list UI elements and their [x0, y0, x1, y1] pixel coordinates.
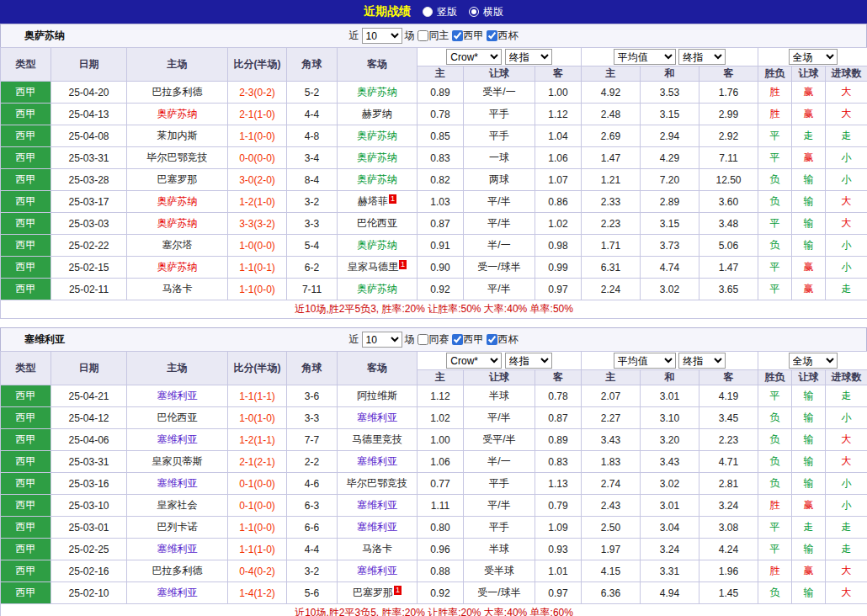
- handicap-home-odds: 0.91: [418, 235, 464, 257]
- goals-result-cell: 大: [826, 191, 867, 213]
- away-team-cell[interactable]: 奥萨苏纳: [338, 235, 418, 257]
- score-cell: 1-1(0-0): [228, 517, 287, 539]
- league-type-cell: 西甲: [1, 560, 51, 582]
- home-team-cell[interactable]: 塞尔塔: [127, 235, 228, 257]
- handicap-home-odds: 0.77: [418, 473, 464, 495]
- home-team-cell[interactable]: 奥萨苏纳: [127, 257, 228, 279]
- euro-draw-odds: 4.94: [641, 582, 699, 604]
- match-row: 西甲25-02-15奥萨苏纳1-1(0-1)6-2皇家马德里10.90受一/球半…: [1, 257, 867, 279]
- away-team-cell[interactable]: 皇家马德里1: [338, 257, 418, 279]
- same-filter[interactable]: 同赛: [418, 332, 449, 347]
- corner-cell: 6-6: [287, 517, 338, 539]
- away-team-cell[interactable]: 奥萨苏纳: [338, 147, 418, 169]
- home-team-cell[interactable]: 巴列卡诺: [127, 517, 228, 539]
- score-cell: 0-1(0-0): [228, 495, 287, 517]
- home-team-cell[interactable]: 巴拉多利德: [127, 82, 228, 104]
- scope-select[interactable]: 全场: [789, 49, 838, 65]
- league-filter-checkbox[interactable]: [452, 334, 463, 345]
- result-cell: 平: [758, 385, 792, 407]
- col-date: 日期: [51, 352, 127, 385]
- cup-filter[interactable]: 西杯: [487, 332, 519, 347]
- away-team-cell[interactable]: 塞维利亚: [338, 451, 418, 473]
- league-type-cell: 西甲: [1, 385, 51, 407]
- corner-cell: 6-3: [287, 495, 338, 517]
- home-team-cell[interactable]: 塞维利亚: [127, 429, 228, 451]
- score-cell: 1-2(1-1): [228, 429, 287, 451]
- result-cell: 胜: [758, 82, 792, 104]
- handicap-home-odds: 0.85: [418, 125, 464, 147]
- handicap-home-odds: 0.92: [418, 279, 464, 300]
- away-team-cell[interactable]: 奥萨苏纳: [338, 169, 418, 191]
- euro-draw-odds: 3.15: [641, 213, 699, 235]
- home-team-cell[interactable]: 巴伦西亚: [127, 407, 228, 429]
- away-team-cell[interactable]: 赫罗纳: [338, 104, 418, 125]
- home-team-cell[interactable]: 塞维利亚: [127, 582, 228, 604]
- away-team-cell[interactable]: 塞维利亚: [338, 517, 418, 539]
- corner-cell: 4-4: [287, 539, 338, 560]
- date-cell: 25-02-10: [51, 582, 127, 604]
- home-team-cell[interactable]: 塞维利亚: [127, 473, 228, 495]
- final-odds-select-2[interactable]: 终指: [678, 353, 726, 369]
- scope-select[interactable]: 全场: [789, 353, 838, 369]
- home-team-cell[interactable]: 马洛卡: [127, 279, 228, 300]
- away-team-cell[interactable]: 马洛卡: [338, 539, 418, 560]
- euro-away-odds: 4.71: [699, 451, 758, 473]
- handicap-line: 半/一: [464, 235, 535, 257]
- away-team-cell[interactable]: 奥萨苏纳: [338, 125, 418, 147]
- score-cell: 3-3(3-2): [228, 213, 287, 235]
- euro-draw-odds: 3.01: [641, 385, 699, 407]
- average-select[interactable]: 平均值: [614, 49, 676, 65]
- average-select[interactable]: 平均值: [614, 353, 676, 369]
- col-goals: 进球数: [826, 66, 867, 82]
- away-team-cell[interactable]: 塞维利亚: [338, 495, 418, 517]
- home-team-cell[interactable]: 奥萨苏纳: [127, 104, 228, 125]
- final-odds-select[interactable]: 终指: [505, 353, 552, 369]
- cup-filter-checkbox[interactable]: [487, 30, 497, 41]
- away-team-cell[interactable]: 奥萨苏纳: [338, 279, 418, 300]
- games-count-select[interactable]: 10: [362, 28, 402, 44]
- radio-checked-icon[interactable]: [469, 7, 479, 17]
- home-team-cell[interactable]: 奥萨苏纳: [127, 191, 228, 213]
- home-team-cell[interactable]: 巴塞罗那: [127, 169, 228, 191]
- date-cell: 25-04-13: [51, 104, 127, 125]
- away-team-cell[interactable]: 巴伦西亚: [338, 213, 418, 235]
- away-team-cell[interactable]: 奥萨苏纳: [338, 82, 418, 104]
- team-band: 奥萨苏纳 近 10 场 同主 西甲 西杯: [0, 24, 867, 47]
- bookmaker-select[interactable]: Crow*: [446, 353, 502, 369]
- final-odds-select[interactable]: 终指: [505, 49, 552, 65]
- home-team-cell[interactable]: 奥萨苏纳: [127, 213, 228, 235]
- home-team-cell[interactable]: 塞维利亚: [127, 385, 228, 407]
- league-filter[interactable]: 西甲: [452, 29, 484, 43]
- cup-filter[interactable]: 西杯: [487, 29, 519, 43]
- home-team-cell[interactable]: 毕尔巴鄂竞技: [127, 147, 228, 169]
- handicap-result-cell: 输: [792, 429, 826, 451]
- match-row: 西甲25-02-10塞维利亚1-4(1-2)5-6巴塞罗那10.92受一/球半0…: [1, 582, 867, 604]
- away-team-cell[interactable]: 赫塔菲1: [338, 191, 418, 213]
- home-team-cell[interactable]: 巴拉多利德: [127, 560, 228, 582]
- euro-home-odds: 6.31: [582, 257, 641, 279]
- away-team-cell[interactable]: 马德里竞技: [338, 429, 418, 451]
- bookmaker-select[interactable]: Crow*: [446, 49, 502, 65]
- horizontal-layout-radio[interactable]: 横版: [469, 5, 503, 19]
- same-filter-checkbox[interactable]: [418, 334, 428, 345]
- same-filter-checkbox[interactable]: [418, 30, 428, 41]
- league-filter-checkbox[interactable]: [452, 30, 463, 41]
- away-team-cell[interactable]: 巴塞罗那1: [338, 582, 418, 604]
- home-team-cell[interactable]: 莱加内斯: [127, 125, 228, 147]
- away-team-cell[interactable]: 塞维利亚: [338, 407, 418, 429]
- final-odds-select-2[interactable]: 终指: [678, 49, 726, 65]
- radio-icon[interactable]: [423, 7, 433, 17]
- league-filter[interactable]: 西甲: [452, 332, 484, 347]
- away-team-cell[interactable]: 塞维利亚: [338, 560, 418, 582]
- col-h-line: 让球: [464, 66, 535, 82]
- home-team-cell[interactable]: 皇家贝蒂斯: [127, 451, 228, 473]
- games-count-select[interactable]: 10: [362, 332, 402, 348]
- away-team-cell[interactable]: 毕尔巴鄂竞技: [338, 473, 418, 495]
- away-team-cell[interactable]: 阿拉维斯: [338, 385, 418, 407]
- same-filter[interactable]: 同主: [418, 29, 449, 43]
- home-team-cell[interactable]: 塞维利亚: [127, 539, 228, 560]
- corner-cell: 4-6: [287, 473, 338, 495]
- home-team-cell[interactable]: 皇家社会: [127, 495, 228, 517]
- vertical-layout-radio[interactable]: 竖版: [423, 5, 457, 19]
- cup-filter-checkbox[interactable]: [487, 334, 497, 345]
